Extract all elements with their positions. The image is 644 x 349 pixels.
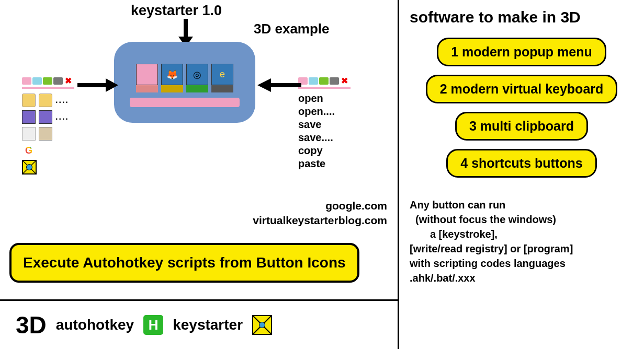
row2-dots: .... — [55, 112, 69, 122]
left-icon-cluster: ✖ .... .... — [22, 76, 90, 177]
title-3d-example: 3D example — [254, 21, 330, 37]
right-title: software to make in 3D — [410, 8, 634, 26]
menu-item: save — [298, 118, 398, 131]
menu-list: open open.... save save.... copy paste — [298, 92, 398, 170]
row1-dots: .... — [55, 96, 69, 105]
save-icon — [22, 110, 36, 124]
autohotkey-icon: H — [143, 315, 163, 335]
right-menu-cluster: ✖ open open.... save save.... copy paste — [298, 76, 398, 170]
feature-button-1[interactable]: 1 modern popup menu — [437, 38, 606, 66]
close-x-icon: ✖ — [65, 76, 72, 86]
link-blog: virtualkeystarterblog.com — [230, 213, 387, 228]
feature-button-2[interactable]: 2 modern virtual keyboard — [426, 75, 618, 103]
open-icon — [22, 94, 36, 107]
menu-item: save.... — [298, 131, 398, 144]
title-keystarter: keystarter 1.0 — [131, 3, 222, 19]
menu-item: copy — [298, 144, 398, 157]
save-as-icon — [39, 110, 52, 124]
footer-keystarter-label: keystarter — [173, 317, 243, 333]
open-as-icon — [39, 94, 52, 107]
box3d-1 — [136, 64, 158, 92]
link-google: google.com — [230, 199, 387, 213]
google-icon: G — [22, 144, 36, 157]
box3d-4-ie: e — [211, 64, 233, 92]
execute-ahk-button[interactable]: Execute Autohotkey scripts from Button I… — [9, 243, 359, 283]
menu-item: open — [298, 92, 398, 105]
tray-bar — [130, 98, 240, 107]
palette-right: ✖ — [298, 76, 398, 86]
footer-autohotkey-label: autohotkey — [56, 317, 134, 333]
keystarter-mini-icon — [22, 160, 37, 174]
menu-item: open.... — [298, 105, 398, 118]
svg-marker-7 — [257, 78, 271, 92]
box3d-3-chrome: ◎ — [186, 64, 208, 92]
arrow-left-icon — [254, 77, 301, 95]
paste-icon — [39, 127, 52, 141]
footer-bar: 3D autohotkey H keystarter — [0, 299, 398, 349]
right-description: Any button can run (without focus the wi… — [410, 197, 634, 285]
feature-button-4[interactable]: 4 shortcuts buttons — [446, 149, 596, 178]
copy-icon — [22, 127, 36, 141]
box3d-2-firefox: 🦊 — [161, 64, 183, 92]
keystarter-icon — [252, 315, 272, 335]
feature-button-3[interactable]: 3 multi clipboard — [455, 112, 588, 141]
center-3d-panel: 🦊 ◎ e — [114, 42, 255, 123]
palette-left: ✖ — [22, 76, 90, 86]
close-x-icon-2: ✖ — [341, 76, 348, 86]
footer-3d-label: 3D — [16, 311, 47, 339]
menu-item: paste — [298, 157, 398, 170]
link-block: google.com virtualkeystarterblog.com — [230, 199, 387, 228]
